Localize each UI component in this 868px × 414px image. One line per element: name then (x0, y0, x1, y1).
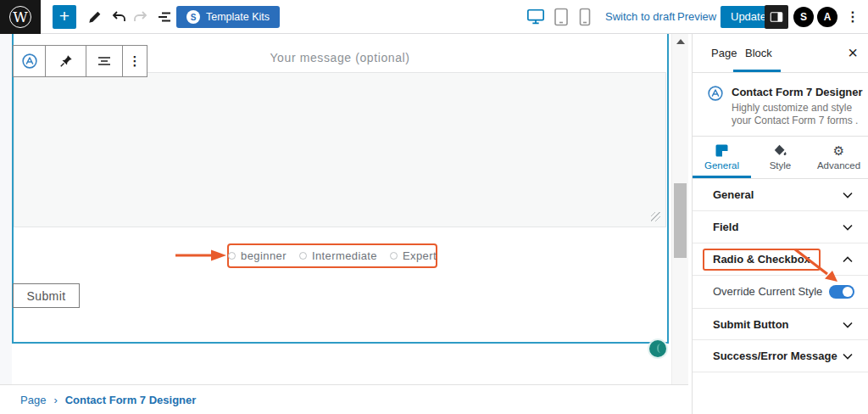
radio-label: beginner (241, 249, 287, 262)
close-icon[interactable]: × (848, 42, 858, 63)
block-type-button[interactable] (14, 46, 46, 76)
tab-label: Advanced (817, 160, 860, 171)
preview-link[interactable]: Preview (677, 0, 716, 34)
breadcrumb-page-link[interactable]: Page (20, 394, 46, 406)
block-toolbar: ⋮ (13, 45, 147, 77)
tab-style[interactable]: Style (751, 137, 810, 178)
active-tab-underline (733, 70, 781, 72)
chevron-down-icon (843, 322, 853, 328)
settings-sidebar: Page Block × Contact Form 7 Designer Hig… (692, 34, 868, 414)
sidebar-header: Page Block × (693, 34, 868, 73)
breadcrumb-separator: › (53, 394, 57, 406)
template-kits-badge-icon: S (186, 10, 200, 24)
block-drag-handle-icon[interactable] (649, 340, 666, 357)
align-center-icon (96, 53, 113, 70)
sidebar-toggle-icon (769, 9, 784, 25)
settings-tabs: General Style ⚙ Advanced (693, 137, 868, 179)
radio-option-intermediate[interactable]: Intermediate (299, 249, 377, 262)
radio-label: Expert (403, 249, 437, 262)
panel-success-error-message[interactable]: Success/Error Message (693, 340, 868, 372)
pin-icon (58, 53, 75, 70)
preview-tablet-button[interactable] (551, 7, 571, 27)
scrollbar-thumb[interactable] (674, 183, 687, 258)
desktop-icon (526, 8, 545, 26)
block-info-card: Contact Form 7 Designer Highly customize… (693, 73, 868, 137)
form-submit-button[interactable]: Submit (13, 283, 80, 308)
tab-general[interactable]: General (693, 137, 751, 178)
tab-advanced[interactable]: ⚙ Advanced (810, 137, 868, 178)
s-circle-icon: S (800, 11, 807, 23)
scrollbar-up-arrow-icon[interactable] (676, 39, 685, 44)
message-textarea[interactable] (14, 72, 666, 227)
block-title: Contact Form 7 Designer (732, 86, 863, 98)
undo-button[interactable] (108, 7, 129, 27)
block-pin-button[interactable] (46, 46, 86, 76)
cf7-designer-logo-icon (706, 84, 725, 103)
panel-label: Field (713, 211, 738, 243)
add-block-button[interactable]: + (53, 5, 76, 29)
preview-desktop-button[interactable] (526, 7, 546, 27)
template-kits-label: Template Kits (206, 11, 270, 23)
chevron-down-icon (843, 192, 853, 199)
a-plugin-button[interactable]: A (817, 7, 837, 27)
cf7-designer-logo-icon (20, 52, 39, 70)
tab-block[interactable]: Block (745, 34, 772, 73)
tab-label: General (704, 160, 739, 171)
undo-icon (110, 8, 127, 25)
list-view-icon (156, 8, 173, 25)
radio-icon[interactable] (390, 252, 398, 260)
radio-icon[interactable] (228, 252, 236, 260)
style-tab-icon (774, 144, 787, 157)
canvas-scrollbar[interactable] (671, 34, 688, 384)
radio-options-highlight-box: beginner Intermediate Expert (227, 243, 437, 268)
settings-sidebar-toggle-button[interactable] (765, 5, 788, 29)
radio-option-beginner[interactable]: beginner (228, 249, 287, 262)
tablet-icon (553, 8, 570, 26)
general-tab-icon (715, 144, 728, 157)
panel-submit-button[interactable]: Submit Button (693, 308, 868, 340)
panel-label: Submit Button (713, 309, 789, 341)
redo-icon (132, 8, 149, 25)
radio-icon[interactable] (299, 252, 307, 260)
panel-label: General (713, 179, 754, 211)
block-options-button[interactable]: ⋮ (123, 46, 147, 76)
selected-block-border-right (667, 34, 669, 344)
more-options-button[interactable]: ⋮ (844, 7, 861, 27)
annotation-arrow-toggle (788, 246, 848, 288)
preview-mobile-button[interactable] (575, 7, 595, 27)
active-settings-tab-underline (693, 176, 751, 178)
list-view-button[interactable] (154, 7, 175, 27)
textarea-resize-handle[interactable] (651, 212, 660, 221)
chevron-down-icon (843, 353, 853, 360)
mobile-icon (578, 8, 592, 26)
panel-field[interactable]: Field (693, 211, 868, 243)
radio-option-expert[interactable]: Expert (390, 249, 437, 262)
block-description: Highly customize and style your Contact … (732, 102, 868, 127)
advanced-tab-icon: ⚙ (833, 144, 844, 157)
radio-label: Intermediate (312, 249, 377, 262)
options-icon: ⋮ (129, 53, 142, 69)
block-align-button[interactable] (86, 46, 123, 76)
chevron-down-icon (843, 224, 853, 231)
s-plugin-button[interactable]: S (793, 7, 814, 27)
panel-general[interactable]: General (693, 179, 868, 211)
editor-top-bar: W + S Template Kits (0, 0, 868, 34)
tab-page[interactable]: Page (711, 34, 737, 73)
editor-canvas-margin (0, 34, 12, 384)
a-circle-icon: A (824, 11, 832, 23)
breadcrumb: Page › Contact Form 7 Designer (0, 384, 688, 414)
plus-icon: + (59, 6, 70, 25)
wordpress-menu-button[interactable]: W (0, 0, 41, 34)
template-kits-button[interactable]: S Template Kits (176, 6, 280, 28)
tab-label: Style (770, 160, 792, 171)
edit-mode-button[interactable] (85, 7, 105, 27)
panel-label: Success/Error Message (713, 340, 837, 372)
annotation-arrow-radio (174, 248, 228, 263)
pencil-icon (86, 8, 103, 25)
wordpress-logo-icon: W (9, 6, 31, 28)
selected-block-border-bottom (12, 342, 669, 344)
switch-to-draft-link[interactable]: Switch to draft (605, 0, 675, 34)
redo-button[interactable] (131, 7, 151, 27)
breadcrumb-current-block[interactable]: Contact Form 7 Designer (65, 394, 197, 406)
